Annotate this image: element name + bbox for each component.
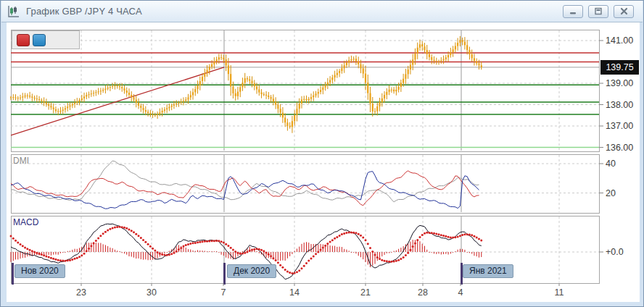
y-axis-label: 137.00 (606, 121, 633, 131)
x-axis-label: 14 (289, 287, 300, 298)
y-axis-label: 138.00 (606, 100, 633, 110)
dmi-panel-label: DMI (13, 156, 29, 166)
quick-trade-toolbar (12, 30, 80, 49)
close-icon (620, 7, 628, 15)
y-axis-label: 136.00 (606, 143, 633, 153)
x-axis-label: 7 (221, 287, 226, 298)
title-bar[interactable]: График GBP /JPY 4 ЧАСА (1, 1, 643, 22)
x-axis-label: 23 (76, 287, 86, 298)
dmi-panel[interactable] (11, 154, 600, 214)
y-axis-label: 139.00 (606, 78, 633, 88)
close-button[interactable] (614, 5, 634, 18)
x-axis-label: 21 (360, 287, 371, 298)
y-axis-label: 20 (606, 188, 616, 198)
y-axis-label: 40 (606, 159, 616, 169)
y-axis-label: 141.00 (606, 35, 633, 46)
minimize-icon (569, 8, 577, 15)
minimize-button[interactable] (563, 5, 583, 18)
macd-panel-label: MACD (13, 217, 38, 227)
sell-button[interactable] (17, 34, 30, 46)
month-badge-nov: Нов 2020 (15, 264, 65, 278)
buy-button[interactable] (33, 34, 46, 46)
window-controls (558, 5, 634, 18)
candlestick-chart-icon (7, 4, 21, 19)
window-title: График GBP /JPY 4 ЧАСА (26, 6, 142, 17)
x-axis-label: 28 (418, 287, 428, 298)
month-badge-jan: Янв 2021 (463, 264, 513, 278)
restore-button[interactable] (588, 5, 608, 18)
price-panel[interactable] (11, 30, 600, 152)
restore-icon (594, 7, 603, 15)
x-axis-label: 30 (146, 287, 157, 298)
chart-window: График GBP /JPY 4 ЧАСА DMI MACD 139.75 Н… (0, 0, 644, 307)
y-axis-label: +0.0 (606, 247, 624, 257)
x-axis-label: 4 (458, 287, 463, 298)
x-axis-label: 11 (555, 287, 564, 298)
current-price-badge: 139.75 (600, 60, 639, 75)
month-badge-dec: Дек 2020 (227, 264, 276, 278)
